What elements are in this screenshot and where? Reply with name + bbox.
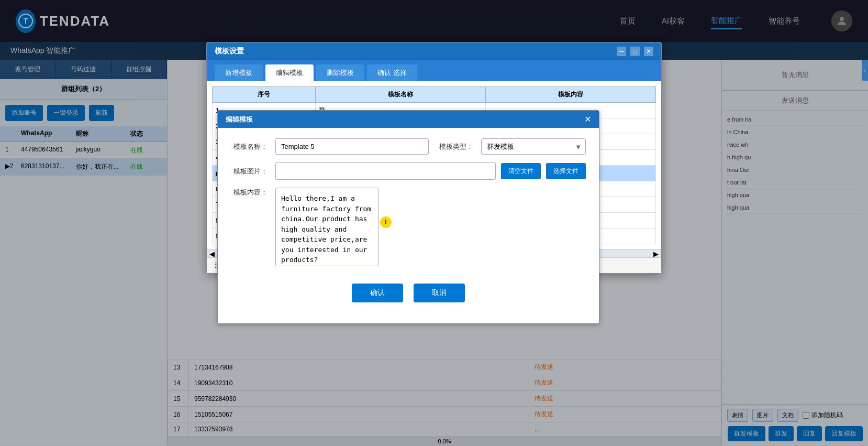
template-name-row: 模板名称： 模板类型： 群发模板 个人模板 ▼ [231, 138, 586, 155]
modal-body: 序号 模板名称 模板内容 1群... 2群... 3群... 4群... ▶5群… [207, 81, 661, 249]
textarea-wrapper: Hello there,I am a furniture factory fro… [275, 188, 586, 268]
template-name-label: 模板名称： [231, 142, 268, 151]
edit-modal-title: 编辑模板 [226, 115, 253, 124]
tab-edit-template[interactable]: 编辑模板 [265, 64, 314, 81]
template-image-row: 模板图片： 清空文件 选择文件 [231, 162, 586, 180]
edit-modal-form: 模板名称： 模板类型： 群发模板 个人模板 ▼ [218, 128, 599, 323]
modal-overlay: 模板设置 ─ □ ✕ 新增模板 编辑模板 删除模板 确认 选择 [168, 60, 721, 445]
choose-file-button[interactable]: 选择文件 [546, 163, 586, 179]
cursor-letter: I [385, 219, 386, 226]
file-input-row: 清空文件 选择文件 [275, 162, 586, 180]
template-image-label: 模板图片： [231, 167, 268, 176]
confirm-edit-button[interactable]: 确认 [352, 284, 403, 302]
template-type-select[interactable]: 群发模板 个人模板 [481, 138, 586, 155]
cursor-indicator: I [380, 216, 392, 228]
modal-tab-bar: 新增模板 编辑模板 删除模板 确认 选择 [207, 60, 661, 81]
form-action-row: 确认 取消 [231, 276, 586, 313]
template-settings-modal: 模板设置 ─ □ ✕ 新增模板 编辑模板 删除模板 确认 选择 [206, 60, 662, 274]
cancel-edit-button[interactable]: 取消 [414, 284, 465, 302]
template-content-textarea[interactable]: Hello there,I am a furniture factory fro… [275, 188, 379, 266]
tab-add-template[interactable]: 新增模板 [215, 64, 263, 81]
main-layout: 账号管理 号码过滤 群组挖掘 群组列表（2） 添加账号 一键登录 刷新 What… [0, 60, 868, 445]
tab-delete-template[interactable]: 删除模板 [316, 64, 364, 81]
edit-modal-title-bar: 编辑模板 ✕ [218, 111, 599, 128]
tab-confirm-select[interactable]: 确认 选择 [367, 64, 417, 81]
center-panel: 模板设置 ─ □ ✕ 新增模板 编辑模板 删除模板 确认 选择 [168, 60, 721, 445]
template-content-label: 模板内容： [231, 188, 268, 197]
file-input-box[interactable] [275, 162, 496, 180]
template-type-select-wrapper: 群发模板 个人模板 ▼ [481, 138, 586, 155]
clear-file-button[interactable]: 清空文件 [501, 163, 541, 179]
template-name-input[interactable] [275, 138, 429, 155]
template-content-row: 模板内容： Hello there,I am a furniture facto… [231, 188, 586, 268]
template-type-label: 模板类型： [437, 142, 473, 151]
close-edit-modal-button[interactable]: ✕ [584, 114, 591, 124]
edit-template-modal: 编辑模板 ✕ 模板名称： 模板类型： 群发模板 [217, 110, 599, 324]
